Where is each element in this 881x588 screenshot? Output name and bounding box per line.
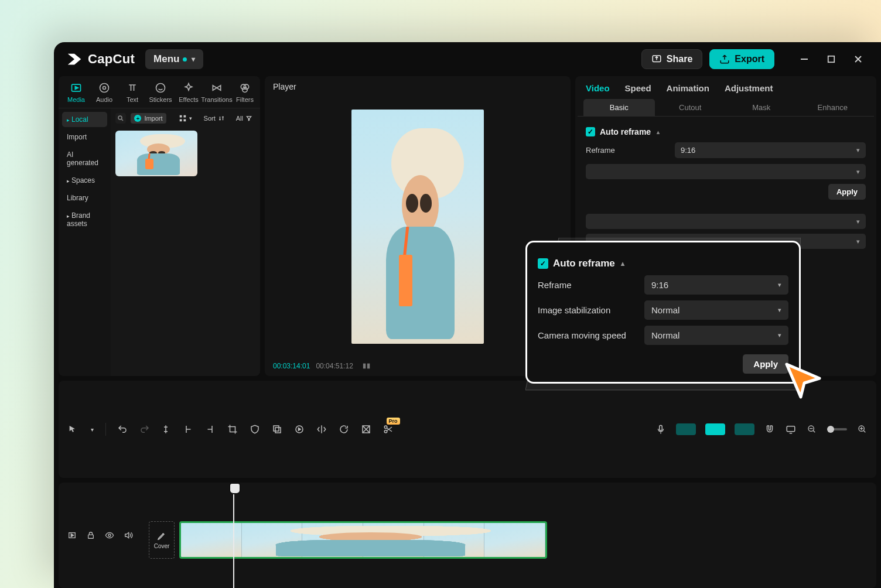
auto-cut-tool[interactable]: Pro (383, 423, 394, 435)
svg-line-31 (813, 430, 815, 432)
trim-left-tool[interactable] (182, 423, 194, 435)
share-button[interactable]: Share (641, 49, 702, 69)
video-clip[interactable] (179, 521, 547, 559)
duplicate-tool[interactable] (271, 423, 283, 435)
export-button[interactable]: Export (709, 49, 774, 69)
track-mute-button[interactable] (123, 530, 134, 541)
split-tool[interactable] (160, 423, 172, 435)
sort-button[interactable]: Sort (200, 113, 228, 124)
track-toggle-3[interactable] (735, 423, 754, 435)
tab-transitions[interactable]: Transitions (203, 80, 231, 105)
media-icon (70, 82, 82, 94)
selection-tool-caret[interactable]: ▾ (89, 423, 95, 435)
sidebar-item-local[interactable]: ▸Local (62, 112, 107, 127)
popover-stabilization-select[interactable]: Normal ▾ (644, 300, 788, 320)
mark-tool[interactable] (249, 423, 261, 435)
preview-toggle[interactable] (785, 423, 797, 435)
tab-speed[interactable]: Speed (625, 83, 651, 93)
sidebar-item-spaces[interactable]: ▸Spaces (62, 173, 107, 188)
track-toggle-2[interactable] (705, 423, 725, 435)
tab-text[interactable]: Text (118, 80, 146, 105)
svg-rect-20 (367, 364, 370, 369)
collapsed-select-1[interactable]: ▾ (586, 164, 866, 179)
caret-up-icon[interactable]: ▴ (657, 129, 660, 135)
popover-apply-button[interactable]: Apply (743, 354, 788, 374)
sidebar-item-brand-assets[interactable]: ▸Brand assets (62, 208, 107, 231)
tab-media[interactable]: Media (62, 80, 90, 105)
zoom-out-icon (807, 425, 817, 434)
freeze-tool[interactable] (360, 423, 372, 435)
subtab-mask[interactable]: Mask (726, 99, 797, 116)
collapsed-select-2[interactable]: ▾ (586, 214, 866, 229)
window-maximize-button[interactable] (826, 54, 836, 64)
player-viewport[interactable] (265, 97, 571, 356)
rotate-tool[interactable] (338, 423, 350, 435)
zoom-in-button[interactable] (856, 423, 868, 435)
tab-video[interactable]: Video (586, 83, 610, 93)
tab-adjustment[interactable]: Adjustment (725, 83, 773, 93)
menu-button[interactable]: Menu ▾ (145, 49, 203, 69)
caret-up-icon[interactable]: ▴ (621, 259, 624, 268)
track-play-icon[interactable] (67, 530, 77, 541)
shield-icon (250, 424, 260, 435)
tab-label: Stickers (149, 96, 172, 103)
auto-reframe-checkbox[interactable]: ✓ (586, 127, 595, 136)
svg-rect-17 (179, 119, 182, 122)
popover-checkbox[interactable]: ✓ (538, 258, 548, 269)
sidebar-item-library[interactable]: Library (62, 190, 107, 206)
timeline-area[interactable]: Cover (59, 483, 876, 588)
popover-title: Auto reframe (553, 258, 615, 269)
pencil-icon (157, 531, 166, 541)
search-input[interactable] (115, 113, 126, 124)
inspector-subtabs: Basic Cutout Mask Enhance (578, 99, 874, 117)
tab-effects[interactable]: Effects (175, 80, 203, 105)
redo-button[interactable] (139, 423, 151, 435)
view-grid-toggle[interactable]: ▾ (176, 113, 196, 124)
svg-point-7 (100, 84, 109, 93)
window-close-button[interactable] (853, 54, 863, 64)
subtab-enhance[interactable]: Enhance (797, 99, 869, 116)
popover-speed-select[interactable]: Normal ▾ (644, 326, 788, 345)
frame-icon (361, 424, 371, 435)
trim-right-tool[interactable] (204, 423, 216, 435)
window-minimize-button[interactable] (799, 54, 810, 64)
reverse-tool[interactable] (293, 423, 305, 435)
track-visibility-button[interactable] (104, 530, 115, 541)
reframe-ratio-select[interactable]: 9:16 ▾ (675, 142, 866, 158)
crop-tool[interactable] (227, 423, 238, 435)
text-icon (127, 82, 138, 94)
filter-all-button[interactable]: All (233, 113, 255, 124)
zoom-slider[interactable] (827, 428, 847, 430)
import-button[interactable]: + Import (131, 113, 166, 124)
mic-button[interactable] (655, 423, 667, 435)
popover-reframe-select[interactable]: 9:16 ▾ (644, 275, 788, 295)
tab-audio[interactable]: Audio (90, 80, 118, 105)
mirror-tool[interactable] (316, 423, 327, 435)
tab-stickers[interactable]: Stickers (146, 80, 175, 105)
close-icon (853, 54, 863, 64)
chevron-down-icon: ▾ (856, 168, 860, 176)
player-footer: 00:03:14:01 00:04:51:12 (265, 356, 571, 376)
copy-icon (272, 424, 282, 435)
playhead[interactable] (233, 483, 234, 588)
track-lock-button[interactable] (86, 530, 96, 541)
tab-filters[interactable]: Filters (231, 80, 259, 105)
player-canvas (351, 110, 484, 344)
export-icon (719, 54, 730, 64)
apply-button[interactable]: Apply (828, 184, 866, 200)
sidebar-item-import[interactable]: Import (62, 129, 107, 145)
subtab-cutout[interactable]: Cutout (655, 99, 726, 116)
tab-animation[interactable]: Animation (667, 83, 709, 93)
sidebar-item-ai-generated[interactable]: AI generated (62, 147, 107, 170)
selection-tool[interactable] (67, 423, 78, 435)
subtab-basic[interactable]: Basic (583, 99, 655, 116)
zoom-out-button[interactable] (806, 423, 818, 435)
snap-toggle[interactable] (764, 423, 776, 435)
reframe-label: Reframe (586, 146, 668, 155)
ratio-icon[interactable] (363, 362, 371, 370)
svg-point-8 (103, 87, 106, 90)
media-thumbnail[interactable] (115, 131, 197, 176)
undo-button[interactable] (117, 423, 128, 435)
track-toggle-1[interactable] (676, 423, 696, 435)
cover-button[interactable]: Cover (149, 521, 175, 559)
